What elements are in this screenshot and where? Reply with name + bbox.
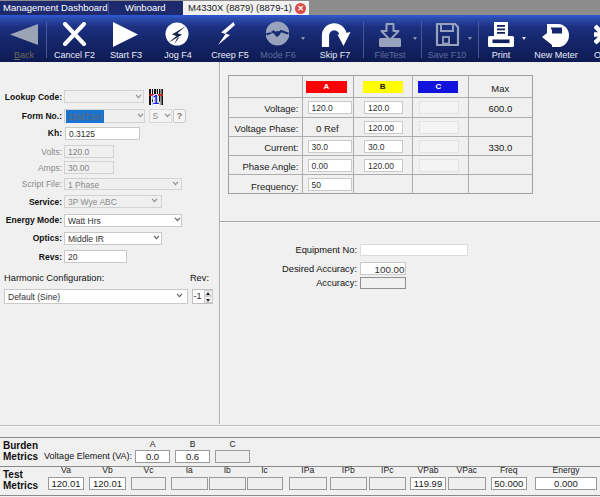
svg-text:1: 1 [153, 93, 160, 105]
